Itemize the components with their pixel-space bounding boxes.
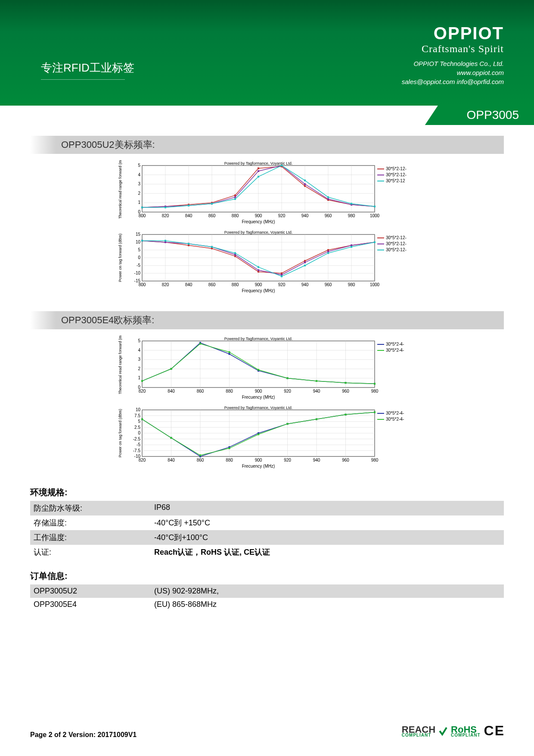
svg-rect-42 — [304, 185, 306, 187]
svg-text:30*5*2-12: 30*5*2-12 — [386, 178, 405, 183]
svg-text:1000: 1000 — [370, 282, 380, 287]
svg-rect-121 — [304, 260, 306, 262]
order-row: OPP3005E4(EU) 865-868MHz — [30, 598, 504, 611]
svg-text:980: 980 — [371, 389, 379, 394]
svg-text:920: 920 — [278, 282, 286, 287]
svg-text:15: 15 — [136, 232, 141, 237]
svg-rect-64 — [304, 180, 306, 181]
svg-text:5: 5 — [138, 163, 140, 168]
svg-text:880: 880 — [232, 282, 239, 287]
svg-rect-62 — [258, 176, 259, 178]
svg-rect-200 — [258, 369, 259, 371]
svg-rect-134 — [351, 244, 352, 246]
env-title: 环境规格: — [30, 487, 504, 498]
svg-rect-146 — [374, 241, 376, 243]
svg-text:-7.5: -7.5 — [133, 448, 141, 453]
svg-text:4: 4 — [138, 172, 140, 177]
svg-text:30*5*2-12-: 30*5*2-12- — [386, 235, 407, 240]
svg-rect-136 — [141, 240, 143, 241]
svg-rect-120 — [281, 272, 283, 274]
svg-text:30*5*2-12-: 30*5*2-12- — [386, 241, 407, 246]
env-row: 防尘防水等级:IP68 — [30, 501, 504, 515]
chart-u2-svg: 8008208408608809009209409609801000012345… — [116, 160, 418, 298]
svg-rect-61 — [234, 198, 236, 200]
svg-rect-132 — [304, 262, 306, 263]
order-value: (US) 902-928MHz, — [154, 587, 500, 596]
env-label: 防尘防水等级: — [34, 503, 154, 513]
svg-text:840: 840 — [168, 458, 175, 462]
svg-rect-57 — [141, 206, 143, 208]
svg-text:900: 900 — [255, 389, 262, 394]
svg-text:30*5*2-4-: 30*5*2-4- — [386, 417, 404, 422]
svg-text:Powered by Tagformance, Voyant: Powered by Tagformance, Voyantic Ltd. — [224, 230, 292, 234]
svg-rect-131 — [281, 274, 283, 276]
ce-badge: C E — [484, 723, 504, 739]
svg-text:820: 820 — [162, 213, 169, 218]
env-value: Reach认证，RoHS 认证, CE认证 — [154, 547, 500, 557]
svg-text:900: 900 — [255, 213, 262, 218]
svg-rect-258 — [141, 419, 143, 420]
svg-text:30*5*2-4-: 30*5*2-4- — [386, 342, 404, 347]
logo: OPPIOT — [402, 24, 504, 43]
svg-text:-10: -10 — [134, 271, 141, 275]
svg-text:840: 840 — [185, 213, 192, 218]
svg-text:4: 4 — [138, 348, 140, 353]
env-value: -40°C到+100°C — [154, 532, 500, 543]
svg-text:0: 0 — [138, 255, 140, 260]
order-section: 订单信息: OPP3005U2(US) 902-928MHz,OPP3005E4… — [30, 570, 504, 611]
svg-text:Theoretical read range forward: Theoretical read range forward (m) — [118, 336, 122, 394]
main-content: OPP3005U2美标频率: 8008208408608809009209409… — [0, 106, 534, 611]
svg-text:Theoretical read range forward: Theoretical read range forward (m) — [118, 160, 122, 219]
svg-text:980: 980 — [348, 213, 355, 218]
svg-text:Frequency (MHz): Frequency (MHz) — [242, 219, 275, 224]
svg-text:820: 820 — [162, 282, 169, 287]
section-e4-title: OPP3005E4欧标频率: — [56, 311, 504, 329]
svg-text:5: 5 — [138, 247, 140, 252]
svg-text:900: 900 — [255, 282, 262, 287]
svg-text:880: 880 — [232, 213, 239, 218]
svg-text:Frecuency (MHz): Frecuency (MHz) — [242, 464, 275, 469]
svg-rect-143 — [304, 265, 306, 266]
svg-rect-141 — [258, 266, 259, 268]
svg-text:840: 840 — [185, 282, 192, 287]
divider — [41, 79, 125, 80]
product-badge: OPP3005 — [0, 106, 534, 125]
svg-text:Frecuency (MHz): Frecuency (MHz) — [242, 395, 275, 400]
check-icon — [439, 726, 447, 736]
svg-rect-264 — [316, 419, 317, 420]
svg-text:860: 860 — [197, 458, 204, 462]
svg-text:980: 980 — [348, 282, 355, 287]
svg-text:Powered by Tagformance, Voyant: Powered by Tagformance, Voyantic Ltd. — [224, 406, 292, 410]
svg-rect-265 — [345, 414, 347, 415]
svg-text:940: 940 — [301, 282, 309, 287]
svg-text:10: 10 — [136, 240, 141, 244]
company-info: OPPIOT Technologies Co., Ltd. www.oppiot… — [402, 59, 504, 86]
compliance-badges: REACHCOMPLIANT RoHSCOMPLIANT C E — [402, 723, 504, 739]
logo-block: OPPIOT Craftsman's Spirit OPPIOT Technol… — [402, 24, 504, 86]
svg-rect-58 — [165, 206, 166, 208]
svg-text:Power on tag forward (dBm): Power on tag forward (dBm) — [118, 234, 122, 282]
svg-rect-138 — [188, 243, 189, 245]
svg-text:30*5*2-12-: 30*5*2-12- — [386, 166, 407, 171]
svg-rect-133 — [327, 251, 329, 253]
svg-rect-139 — [211, 246, 213, 248]
svg-text:1000: 1000 — [370, 213, 380, 218]
svg-rect-145 — [351, 246, 352, 248]
order-title: 订单信息: — [30, 570, 504, 582]
svg-text:Powered by Tagformance, Voyant: Powered by Tagformance, Voyantic Ltd. — [224, 337, 292, 341]
order-label: OPP3005U2 — [34, 587, 154, 596]
svg-text:2.5: 2.5 — [134, 425, 140, 430]
svg-rect-126 — [165, 241, 166, 243]
svg-rect-59 — [188, 205, 189, 206]
svg-text:30*5*2-4-: 30*5*2-4- — [386, 411, 404, 415]
company-website: www.oppiot.com — [402, 68, 504, 77]
svg-text:860: 860 — [197, 389, 204, 394]
svg-rect-199 — [229, 351, 230, 353]
header: OPPIOT Craftsman's Spirit OPPIOT Technol… — [0, 0, 534, 106]
svg-text:880: 880 — [226, 389, 233, 394]
svg-rect-65 — [327, 196, 329, 198]
svg-text:5: 5 — [138, 338, 140, 343]
company-name: OPPIOT Technologies Co., Ltd. — [402, 59, 504, 68]
svg-rect-203 — [345, 382, 347, 384]
company-emails: sales@oppiot.com info@oprfid.com — [402, 77, 504, 86]
